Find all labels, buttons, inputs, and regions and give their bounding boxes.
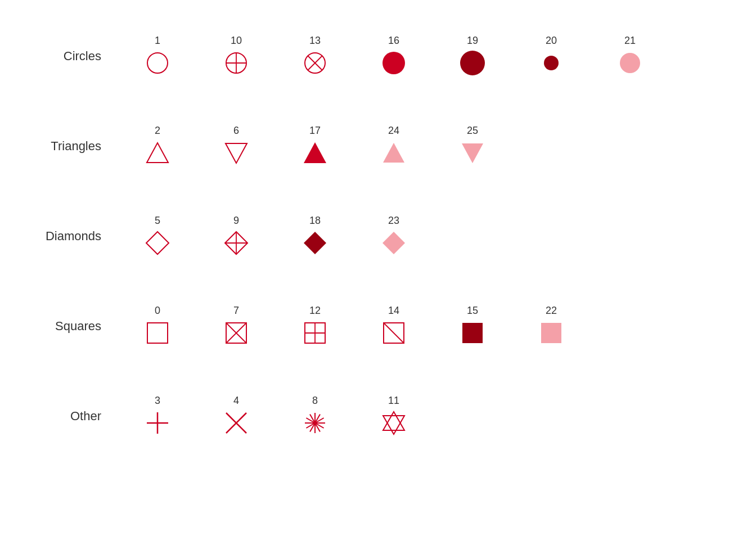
symbol-number: 2 xyxy=(155,125,160,136)
symbol-cell: 25 xyxy=(433,125,512,167)
symbol-cell: 1 xyxy=(118,35,197,77)
svg-line-30 xyxy=(384,323,404,343)
svg-marker-21 xyxy=(382,232,405,254)
symbol-number: 22 xyxy=(546,305,557,316)
row-label: Diamonds xyxy=(34,229,118,244)
symbol-icon-triangle-up-outline xyxy=(143,139,172,167)
symbol-icon-square-x xyxy=(222,319,250,347)
symbol-icon-triangle-up-pink xyxy=(380,139,408,167)
svg-marker-11 xyxy=(147,143,168,163)
symbol-icon-x-mark xyxy=(222,409,250,437)
svg-point-0 xyxy=(147,53,168,73)
symbol-cell: 23 xyxy=(354,215,433,257)
symbol-number: 3 xyxy=(155,395,160,406)
symbol-cell: 6 xyxy=(197,125,276,167)
symbol-icon-circle-filled-small-dark xyxy=(537,49,565,77)
symbol-cell: 5 xyxy=(118,215,197,257)
symbol-icon-triangle-up-filled xyxy=(301,139,329,167)
symbol-number: 0 xyxy=(155,305,160,316)
symbol-cell: 8 xyxy=(276,395,354,437)
row-label: Other xyxy=(34,409,118,424)
symbol-icon-circle-filled-large-red xyxy=(458,49,487,77)
symbol-number: 4 xyxy=(233,395,239,406)
symbol-number: 20 xyxy=(546,35,557,46)
symbol-number: 6 xyxy=(233,125,239,136)
symbol-icon-circle-x xyxy=(301,49,329,77)
symbol-cell: 13 xyxy=(276,35,354,77)
symbol-row-triangles: Triangles26172425 xyxy=(0,101,756,191)
symbol-cell: 21 xyxy=(591,35,669,77)
symbol-cell: 11 xyxy=(354,395,433,437)
symbol-number: 7 xyxy=(233,305,239,316)
row-label: Squares xyxy=(34,319,118,334)
symbol-number: 19 xyxy=(467,35,478,46)
symbol-icon-diamond-plus xyxy=(222,229,250,257)
symbol-number: 11 xyxy=(388,395,399,406)
symbol-cell: 2 xyxy=(118,125,197,167)
symbol-cell: 12 xyxy=(276,305,354,347)
symbol-icon-diamond-outline xyxy=(143,229,172,257)
symbol-icon-asterisk xyxy=(301,409,329,437)
symbols-group: 26172425 xyxy=(118,125,512,167)
symbol-cell: 14 xyxy=(354,305,433,347)
symbol-number: 16 xyxy=(388,35,399,46)
symbol-number: 23 xyxy=(388,215,399,226)
symbol-number: 8 xyxy=(312,395,318,406)
symbol-number: 18 xyxy=(309,215,321,226)
symbol-icon-square-filled xyxy=(458,319,487,347)
symbol-icon-circle-plus xyxy=(222,49,250,77)
symbol-number: 1 xyxy=(155,35,160,46)
symbol-number: 21 xyxy=(624,35,636,46)
symbols-group: 591823 xyxy=(118,215,433,257)
svg-marker-15 xyxy=(462,143,483,163)
symbol-icon-square-pink xyxy=(537,319,565,347)
symbol-icon-circle-filled-medium-red xyxy=(380,49,408,77)
symbol-icon-triangle-down-pink xyxy=(458,139,487,167)
symbols-group: 34811 xyxy=(118,395,433,437)
symbol-cell: 3 xyxy=(118,395,197,437)
symbol-cell: 17 xyxy=(276,125,354,167)
symbol-icon-square-plus xyxy=(301,319,329,347)
symbol-cell: 4 xyxy=(197,395,276,437)
symbol-icon-square-outline xyxy=(143,319,172,347)
symbol-icon-star-of-david xyxy=(380,409,408,437)
symbol-row-other: Other34811 xyxy=(0,371,756,461)
symbol-number: 12 xyxy=(309,305,321,316)
row-label: Triangles xyxy=(34,139,118,154)
symbol-cell: 0 xyxy=(118,305,197,347)
symbol-cell: 7 xyxy=(197,305,276,347)
symbol-number: 5 xyxy=(155,215,160,226)
symbol-icon-diamond-pink xyxy=(380,229,408,257)
svg-marker-16 xyxy=(146,232,169,254)
symbol-number: 25 xyxy=(467,125,478,136)
chart-container: Circles1101316192021Triangles26172425Dia… xyxy=(0,0,756,540)
symbol-number: 17 xyxy=(309,125,321,136)
svg-marker-14 xyxy=(383,143,404,163)
svg-point-7 xyxy=(382,52,405,74)
svg-marker-13 xyxy=(304,142,326,163)
symbol-icon-cross xyxy=(143,409,172,437)
symbol-cell: 19 xyxy=(433,35,512,77)
svg-rect-31 xyxy=(462,323,483,343)
symbol-row-squares: Squares0712141522 xyxy=(0,281,756,371)
symbol-icon-triangle-down-outline xyxy=(222,139,250,167)
symbol-number: 14 xyxy=(388,305,399,316)
symbol-cell: 20 xyxy=(512,35,591,77)
row-label: Circles xyxy=(34,49,118,64)
symbol-icon-circle-outline xyxy=(143,49,172,77)
symbol-cell: 10 xyxy=(197,35,276,77)
symbol-row-diamonds: Diamonds591823 xyxy=(0,191,756,281)
svg-rect-32 xyxy=(541,323,561,343)
symbol-cell: 16 xyxy=(354,35,433,77)
symbol-number: 13 xyxy=(309,35,321,46)
svg-point-10 xyxy=(620,53,640,73)
symbol-number: 15 xyxy=(467,305,478,316)
symbol-number: 10 xyxy=(231,35,242,46)
symbol-cell: 9 xyxy=(197,215,276,257)
svg-marker-20 xyxy=(304,232,326,254)
symbols-group: 0712141522 xyxy=(118,305,591,347)
symbol-icon-square-half xyxy=(380,319,408,347)
svg-marker-12 xyxy=(226,143,247,163)
symbol-number: 24 xyxy=(388,125,399,136)
symbol-row-circles: Circles1101316192021 xyxy=(0,11,756,101)
